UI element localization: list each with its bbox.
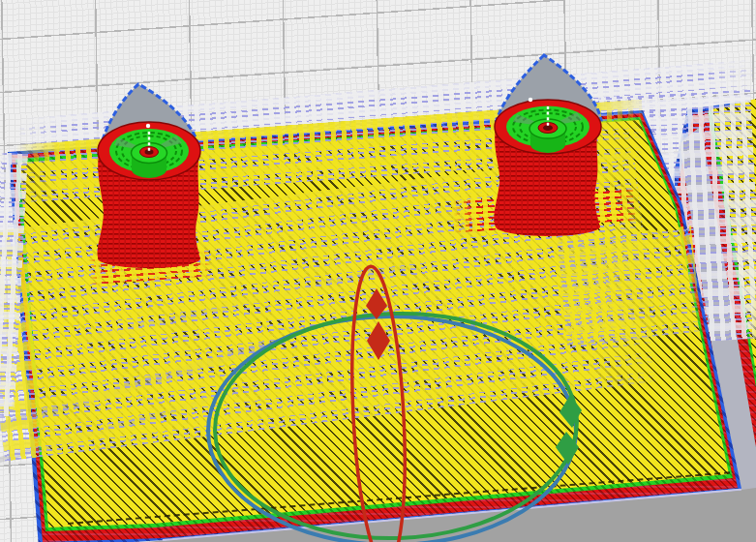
gizmo-handle-x-down[interactable] — [367, 321, 390, 360]
model-nozzle-right[interactable] — [482, 46, 618, 246]
slicer-3d-viewport[interactable] — [0, 0, 756, 542]
printed-body-base — [496, 217, 600, 236]
rotation-gizmo[interactable] — [160, 244, 624, 542]
seam-marker-dot — [146, 124, 150, 128]
seam-marker-dot — [529, 98, 532, 102]
